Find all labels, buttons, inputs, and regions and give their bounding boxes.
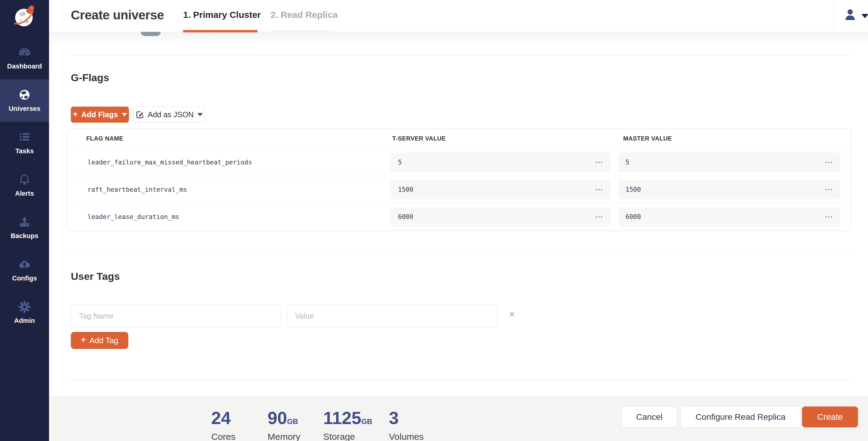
sidebar-item-label: Tasks [0, 147, 49, 155]
flag-value: 1500 [398, 186, 595, 193]
gflags-table: FLAG NAME T-SERVER VALUE MASTER VALUE le… [67, 128, 851, 231]
bell-icon [18, 173, 31, 186]
inactive-tab-bar [270, 30, 334, 32]
page-title: Create universe [71, 8, 164, 22]
sidebar-item-dashboard[interactable]: Dashboard [0, 37, 49, 79]
tserver-value-field[interactable]: 1500 ... [390, 180, 611, 199]
add-flags-button[interactable]: + Add Flags [71, 107, 129, 123]
header: Create universe 1. Primary Cluster 2. Re… [49, 0, 868, 32]
edit-square-icon [135, 111, 144, 119]
sidebar-item-label: Dashboard [0, 62, 49, 70]
flag-value: 5 [626, 159, 825, 166]
stat-volumes: 3 Volumes [389, 409, 424, 441]
sidebar-item-alerts[interactable]: Alerts [0, 164, 49, 207]
flag-value: 5 [398, 159, 595, 166]
sidebar-item-configs[interactable]: Configs [0, 249, 49, 291]
flag-value: 6000 [626, 213, 825, 220]
master-value-field[interactable]: 1500 ... [618, 180, 840, 199]
table-row: raft_heartbeat_interval_ms 1500 ... 1500… [67, 176, 851, 203]
tserver-value-field[interactable]: 5 ... [390, 153, 611, 172]
table-row: leader_lease_duration_ms 6000 ... 6000 .… [67, 203, 851, 231]
sidebar: Dashboard Universes Tasks Alerts [0, 0, 49, 441]
section-divider [70, 253, 850, 253]
sidebar-item-admin[interactable]: Admin [0, 291, 49, 334]
sidebar-item-label: Configs [0, 274, 49, 282]
stat-unit: GB [361, 417, 372, 425]
user-menu-caret-icon[interactable] [861, 14, 868, 18]
stat-label: Volumes [389, 432, 424, 441]
remove-tag-icon[interactable]: × [509, 309, 515, 319]
tag-name-input[interactable] [71, 305, 281, 327]
main-content: G-Flags + Add Flags Add as JSON FLAG NAM… [49, 32, 868, 397]
flag-name: leader_failure_max_missed_heartbeat_peri… [88, 159, 252, 166]
sidebar-item-universes[interactable]: Universes [0, 79, 49, 122]
stat-memory: 90GB Memory [268, 409, 300, 441]
active-tab-underline [183, 30, 257, 32]
task-list-icon [18, 130, 31, 144]
sidebar-item-label: Universes [0, 105, 49, 113]
stat-label: Memory [268, 432, 300, 441]
create-button[interactable]: Create [802, 407, 858, 428]
sidebar-item-label: Admin [0, 317, 49, 325]
stat-storage: 1125GB Storage [323, 409, 372, 441]
add-flags-label: Add Flags [82, 110, 118, 119]
flag-name: raft_heartbeat_interval_ms [88, 186, 187, 193]
column-header-flag-name: FLAG NAME [86, 135, 123, 142]
table-row: leader_failure_max_missed_heartbeat_peri… [67, 149, 851, 176]
cancel-button[interactable]: Cancel [621, 407, 677, 428]
add-tag-button[interactable]: + Add Tag [71, 332, 128, 349]
stat-label: Storage [323, 432, 372, 441]
stat-value: 3 [389, 408, 399, 428]
flag-value: 6000 [398, 213, 595, 220]
footer-bar: 24 Cores 90GB Memory 1125GB Storage 3 Vo… [49, 397, 868, 441]
gear-icon [18, 300, 31, 314]
gflags-heading: G-Flags [71, 72, 109, 84]
user-tags-heading: User Tags [71, 270, 120, 282]
master-value-field[interactable]: 5 ... [618, 153, 840, 172]
configure-read-replica-button[interactable]: Configure Read Replica [681, 407, 801, 428]
stat-unit: GB [287, 417, 298, 425]
user-avatar-icon[interactable] [843, 8, 857, 22]
gauge-icon [18, 46, 31, 59]
chevron-down-icon [197, 113, 203, 116]
globe-icon [18, 88, 31, 102]
stat-label: Cores [211, 432, 236, 441]
tab-read-replica[interactable]: 2. Read Replica [271, 10, 338, 20]
master-value-field[interactable]: 6000 ... [618, 207, 840, 227]
column-header-tserver-value: T-SERVER VALUE [392, 135, 446, 142]
table-header-row: FLAG NAME T-SERVER VALUE MASTER VALUE [67, 129, 851, 149]
tserver-value-field[interactable]: 6000 ... [390, 207, 611, 227]
column-header-master-value: MASTER VALUE [623, 135, 672, 142]
plus-icon: + [73, 110, 78, 118]
add-as-json-label: Add as JSON [148, 110, 193, 119]
sidebar-item-tasks[interactable]: Tasks [0, 122, 49, 164]
stat-cores: 24 Cores [211, 409, 236, 441]
tag-value-input[interactable] [287, 305, 498, 327]
sidebar-item-label: Alerts [0, 189, 49, 198]
chevron-down-icon [122, 113, 127, 116]
sidebar-item-backups[interactable]: Backups [0, 207, 49, 249]
sidebar-item-label: Backups [0, 232, 49, 240]
stat-value: 1125 [323, 408, 361, 428]
add-tag-label: Add Tag [90, 336, 118, 345]
plus-icon: + [81, 335, 86, 344]
stat-value: 90 [268, 408, 287, 428]
yugabyte-logo-icon[interactable] [12, 4, 37, 29]
stat-value: 24 [211, 408, 231, 428]
cloud-upload-icon [18, 258, 31, 271]
flag-value: 1500 [626, 186, 825, 193]
header-divider [833, 0, 833, 32]
scroll-shadow-band [49, 32, 868, 55]
add-as-json-button[interactable]: Add as JSON [133, 107, 205, 123]
tab-primary-cluster[interactable]: 1. Primary Cluster [183, 10, 261, 20]
scrolled-toggle-remnant [141, 32, 161, 36]
backup-upload-icon [18, 215, 31, 229]
flag-name: leader_lease_duration_ms [88, 213, 179, 220]
